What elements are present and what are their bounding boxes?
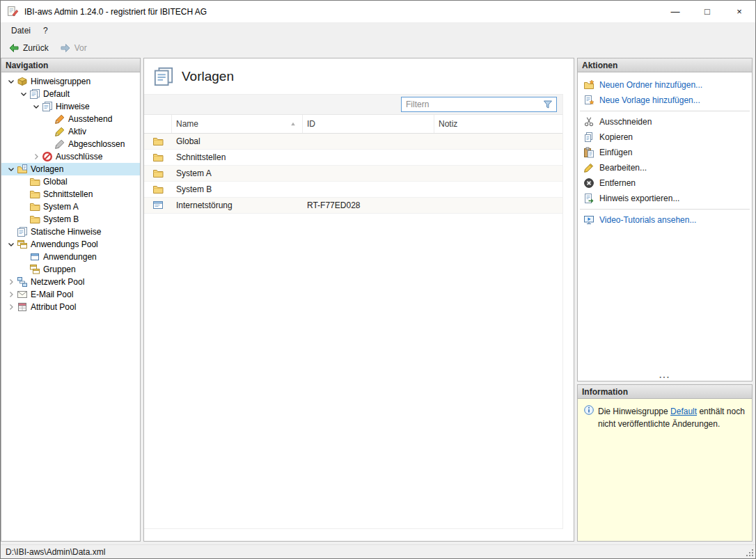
column-header-id[interactable]: ID xyxy=(303,115,434,133)
action-kopieren[interactable]: Kopieren xyxy=(578,129,752,145)
chevron-down-icon[interactable] xyxy=(6,76,17,87)
tree-item-anwendungen[interactable]: Anwendungen xyxy=(1,251,140,263)
cell-name: Global xyxy=(172,134,303,149)
table-row-internetstorung[interactable]: InternetstörungRT-F77ED028 xyxy=(144,198,562,214)
cell-icon xyxy=(144,198,172,213)
filter-input[interactable] xyxy=(402,97,542,111)
chevron-down-icon[interactable] xyxy=(18,88,29,100)
sort-ascending-icon xyxy=(290,120,297,127)
new-template-icon xyxy=(583,95,594,106)
tree-item-attribut-pool[interactable]: Attribut Pool xyxy=(1,301,140,313)
export-icon xyxy=(583,193,594,204)
table-row-system-a[interactable]: System A xyxy=(144,166,562,182)
tree-item-label: Hinweisgruppen xyxy=(31,77,90,86)
tree-item-global[interactable]: Global xyxy=(1,175,140,188)
chevron-right-icon[interactable] xyxy=(6,276,17,288)
tree-item-hinweise[interactable]: Hinweise xyxy=(1,100,140,113)
tree-item-default[interactable]: Default xyxy=(1,88,140,100)
chevron-down-icon[interactable] xyxy=(6,164,17,175)
notes-icon xyxy=(29,88,40,100)
cell-icon xyxy=(144,182,172,197)
tree-item-label: System A xyxy=(43,202,79,212)
actions-panel-header: Aktionen xyxy=(578,58,752,72)
tree-item-ausstehend[interactable]: Ausstehend xyxy=(1,113,140,125)
tree-item-system-b[interactable]: System B xyxy=(1,213,140,226)
pencil-gray-icon xyxy=(54,139,65,150)
actions-panel-body: Neuen Ordner hinzufügen...Neue Vorlage h… xyxy=(578,72,752,381)
cell-notiz xyxy=(434,150,562,165)
tree-item-label: Global xyxy=(43,177,68,187)
menu-help[interactable]: ? xyxy=(37,24,54,38)
tree-item-vorlagen[interactable]: Vorlagen xyxy=(1,163,140,175)
attribute-icon xyxy=(17,301,28,313)
table-row-global[interactable]: Global xyxy=(144,134,562,150)
folder-icon xyxy=(152,184,164,195)
back-button[interactable]: Zurück xyxy=(3,40,54,56)
action-bearbeiten[interactable]: Bearbeiten... xyxy=(578,160,752,175)
tree-item-e-mail-pool[interactable]: E-Mail Pool xyxy=(1,288,140,301)
table-row-system-b[interactable]: System B xyxy=(144,182,562,198)
tree-item-ausschlusse[interactable]: Ausschlüsse xyxy=(1,150,140,163)
tree-item-label: Abgeschlossen xyxy=(68,139,125,149)
column-header-name[interactable]: Name xyxy=(172,115,303,133)
actions-separator xyxy=(580,111,750,111)
tree-item-label: Gruppen xyxy=(43,265,76,274)
forward-button[interactable]: Vor xyxy=(55,40,92,56)
table-header: NameIDNotiz xyxy=(144,115,562,134)
filter-bar xyxy=(144,95,562,115)
action-ausschneiden[interactable]: Ausschneiden xyxy=(578,114,752,129)
information-panel-body: Die Hinweisgruppe Default enthält noch n… xyxy=(578,399,752,541)
page-title: Vorlagen xyxy=(182,69,234,84)
column-header-notiz[interactable]: Notiz xyxy=(434,115,562,133)
chevron-down-icon[interactable] xyxy=(6,239,17,250)
tree-item-gruppen[interactable]: Gruppen xyxy=(1,263,140,276)
chevron-spacer xyxy=(18,214,29,225)
tree-item-aktiv[interactable]: Aktiv xyxy=(1,125,140,138)
action-label: Hinweis exportieren... xyxy=(599,194,679,203)
main-title-row: Vorlagen xyxy=(144,58,574,94)
tree-item-abgeschlossen[interactable]: Abgeschlossen xyxy=(1,138,140,150)
action-label: Neuen Ordner hinzufügen... xyxy=(599,80,702,90)
close-button[interactable]: × xyxy=(723,1,755,22)
titlebar: IBI-aws Admin 1.24.0 - registriert für I… xyxy=(1,1,755,22)
chevron-right-icon[interactable] xyxy=(6,301,17,313)
maximize-button[interactable]: □ xyxy=(691,1,723,22)
notes-icon xyxy=(17,226,28,237)
table-row-schnittstellen[interactable]: Schnittstellen xyxy=(144,150,562,166)
resize-grip[interactable] xyxy=(746,549,753,556)
chevron-right-icon[interactable] xyxy=(6,289,17,300)
tree-item-schnittstellen[interactable]: Schnittstellen xyxy=(1,188,140,200)
action-neue-vorlage-hinzufugen[interactable]: Neue Vorlage hinzufügen... xyxy=(578,93,752,108)
action-video-tutorials-ansehen[interactable]: Video-Tutorials ansehen... xyxy=(578,212,752,228)
navigation-panel-header: Navigation xyxy=(1,58,140,72)
folder-icon xyxy=(152,136,164,147)
tree-item-system-a[interactable]: System A xyxy=(1,200,140,213)
tree-item-hinweisgruppen[interactable]: Hinweisgruppen xyxy=(1,75,140,88)
chevron-spacer xyxy=(43,126,54,137)
menu-datei[interactable]: Datei xyxy=(5,24,37,38)
action-hinweis-exportieren[interactable]: Hinweis exportieren... xyxy=(578,191,752,206)
right-column: Aktionen Neuen Ordner hinzufügen...Neue … xyxy=(577,58,753,542)
filter-icon[interactable] xyxy=(542,99,553,110)
chevron-down-icon[interactable] xyxy=(31,101,42,112)
panel-splitter[interactable]: ... xyxy=(578,372,752,381)
tree-item-label: Ausstehend xyxy=(68,114,112,124)
cell-icon xyxy=(144,134,172,149)
tree-item-statische-hinweise[interactable]: Statische Hinweise xyxy=(1,226,140,238)
action-einfugen[interactable]: Einfügen xyxy=(578,145,752,160)
tree-item-anwendungs-pool[interactable]: Anwendungs Pool xyxy=(1,238,140,251)
tree-item-netzwerk-pool[interactable]: Netzwerk Pool xyxy=(1,276,140,288)
cell-id: RT-F77ED028 xyxy=(303,198,434,213)
action-label: Entfernen xyxy=(599,178,636,188)
tree-item-label: Ausschlüsse xyxy=(56,152,102,162)
action-neuen-ordner-hinzufugen[interactable]: Neuen Ordner hinzufügen... xyxy=(578,77,752,93)
back-arrow-icon xyxy=(8,42,19,54)
remove-icon xyxy=(583,178,594,189)
minimize-button[interactable]: — xyxy=(659,1,691,22)
information-panel-header: Information xyxy=(578,385,752,399)
pencil-orange-icon xyxy=(54,113,65,125)
tree-item-label: Netzwerk Pool xyxy=(31,277,84,287)
chevron-right-icon[interactable] xyxy=(31,151,42,162)
action-entfernen[interactable]: Entfernen xyxy=(578,175,752,191)
default-group-link[interactable]: Default xyxy=(670,407,697,416)
